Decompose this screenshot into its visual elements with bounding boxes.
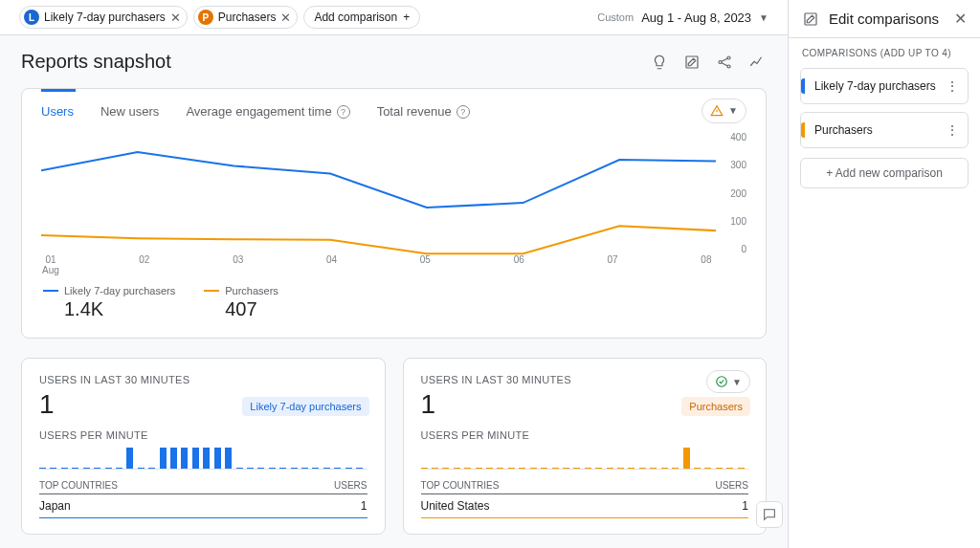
- realtime-heading: USERS IN LAST 30 MINUTES: [421, 374, 749, 385]
- anomaly-dropdown[interactable]: ▼: [702, 99, 746, 123]
- sparkline-chart: [39, 441, 368, 470]
- insights-icon[interactable]: [650, 53, 669, 72]
- country-users: 1: [742, 499, 748, 513]
- chevron-down-icon: ▼: [732, 377, 742, 387]
- date-range-value: Aug 1 - Aug 8, 2023: [641, 11, 751, 25]
- comparison-color-stripe: [801, 122, 805, 138]
- country-name: Japan: [39, 499, 71, 513]
- comparison-badge: Likely 7-day purchasers: [242, 397, 368, 416]
- trend-icon[interactable]: [747, 53, 767, 72]
- y-axis-ticks: 400 300 200 100 0: [730, 132, 746, 254]
- tab-label: Users: [41, 104, 74, 119]
- svg-point-3: [727, 65, 730, 68]
- legend-label-text: Likely 7-day purchasers: [64, 285, 175, 296]
- page-title: Reports snapshot: [21, 51, 171, 73]
- legend-label-text: Purchasers: [225, 285, 278, 296]
- add-comparison-label: Add comparison: [314, 11, 397, 24]
- top-countries-header: TOP COUNTRIES: [421, 480, 500, 491]
- users-column-header: USERS: [334, 480, 367, 491]
- more-icon[interactable]: ⋮: [946, 122, 960, 138]
- more-icon[interactable]: ⋮: [946, 78, 960, 94]
- per-minute-heading: USERS PER MINUTE: [39, 429, 368, 441]
- chat-icon: [762, 507, 777, 522]
- chip-letter-icon: L: [24, 10, 39, 25]
- per-minute-heading: USERS PER MINUTE: [421, 429, 749, 441]
- country-row: United States 1: [421, 494, 749, 518]
- date-range-custom-label: Custom: [597, 11, 634, 23]
- tab-total-revenue[interactable]: Total revenue?: [377, 89, 470, 132]
- add-new-comparison-button[interactable]: + Add new comparison: [800, 158, 969, 188]
- feedback-button[interactable]: [756, 501, 783, 528]
- remove-chip-icon[interactable]: ✕: [280, 11, 291, 24]
- comparison-color-stripe: [801, 78, 805, 94]
- country-name: United States: [421, 499, 490, 513]
- panel-subheading: COMPARISONS (ADD UP TO 4): [789, 38, 980, 64]
- tab-label: New users: [100, 104, 159, 119]
- tab-new-users[interactable]: New users: [100, 89, 159, 132]
- comparison-chip[interactable]: L Likely 7-day purchasers ✕: [19, 6, 188, 29]
- users-column-header: USERS: [716, 480, 748, 491]
- legend-value: 1.4K: [43, 296, 175, 320]
- warning-icon: [710, 104, 724, 118]
- comparison-badge: Purchasers: [681, 397, 750, 416]
- svg-point-2: [727, 56, 730, 59]
- check-circle-icon: [715, 375, 728, 388]
- realtime-card: USERS IN LAST 30 MINUTES 1 Likely 7-day …: [21, 358, 386, 535]
- comparison-item[interactable]: Purchasers ⋮: [800, 112, 969, 148]
- comparison-label: Likely 7-day purchasers: [814, 79, 936, 93]
- legend-swatch: [43, 290, 58, 292]
- line-chart: 400 300 200 100 0 01Aug 02 03 04 05 06 0…: [41, 132, 746, 275]
- customize-report-icon[interactable]: [682, 53, 702, 72]
- comparison-chip-bar: L Likely 7-day purchasers ✕ P Purchasers…: [0, 0, 788, 35]
- date-range-picker[interactable]: Custom Aug 1 - Aug 8, 2023 ▼: [597, 11, 768, 25]
- comparison-label: Purchasers: [814, 123, 873, 137]
- sparkline-chart: [421, 441, 749, 470]
- svg-point-4: [717, 377, 727, 387]
- share-icon[interactable]: [715, 53, 734, 72]
- realtime-card: ▼ USERS IN LAST 30 MINUTES 1 Purchasers …: [403, 358, 768, 535]
- active-tab-indicator: [41, 89, 76, 92]
- help-icon[interactable]: ?: [337, 105, 350, 119]
- remove-chip-icon[interactable]: ✕: [170, 11, 181, 24]
- edit-comparisons-panel: Edit comparisons ✕ COMPARISONS (ADD UP T…: [789, 0, 980, 548]
- chart-svg: [41, 132, 716, 255]
- x-axis-ticks: 01Aug 02 03 04 05 06 07 08: [41, 254, 716, 275]
- country-row: Japan 1: [39, 494, 368, 518]
- legend-item: Likely 7-day purchasers 1.4K: [43, 285, 175, 320]
- close-icon[interactable]: ✕: [954, 10, 967, 28]
- chip-label: Purchasers: [218, 11, 277, 24]
- status-dropdown[interactable]: ▼: [706, 370, 750, 393]
- panel-title: Edit comparisons: [829, 11, 939, 27]
- chart-legend: Likely 7-day purchasers 1.4K Purchasers …: [22, 275, 766, 338]
- plus-icon: +: [403, 11, 410, 24]
- svg-point-1: [719, 60, 722, 63]
- overview-chart-card: Users New users Average engagement time?…: [21, 88, 767, 339]
- add-comparison-chip[interactable]: Add comparison +: [303, 6, 420, 29]
- chip-letter-icon: P: [198, 10, 213, 25]
- chevron-down-icon: ▼: [728, 105, 738, 116]
- realtime-heading: USERS IN LAST 30 MINUTES: [39, 374, 368, 385]
- tab-label: Total revenue: [377, 104, 452, 119]
- legend-item: Purchasers 407: [204, 285, 278, 320]
- chip-label: Likely 7-day purchasers: [44, 11, 166, 24]
- legend-swatch: [204, 290, 219, 292]
- legend-value: 407: [204, 296, 278, 320]
- plus-icon: +: [826, 166, 835, 180]
- help-icon[interactable]: ?: [457, 105, 470, 119]
- comparison-item[interactable]: Likely 7-day purchasers ⋮: [800, 68, 969, 104]
- chevron-down-icon: ▼: [759, 12, 768, 23]
- add-comparison-label: Add new comparison: [835, 166, 943, 180]
- country-users: 1: [361, 499, 368, 513]
- tab-avg-engagement[interactable]: Average engagement time?: [186, 89, 349, 132]
- compare-icon: [802, 11, 819, 28]
- comparison-chip[interactable]: P Purchasers ✕: [193, 6, 299, 29]
- tab-users[interactable]: Users: [41, 89, 74, 132]
- top-countries-header: TOP COUNTRIES: [39, 480, 118, 491]
- tab-label: Average engagement time: [186, 104, 331, 119]
